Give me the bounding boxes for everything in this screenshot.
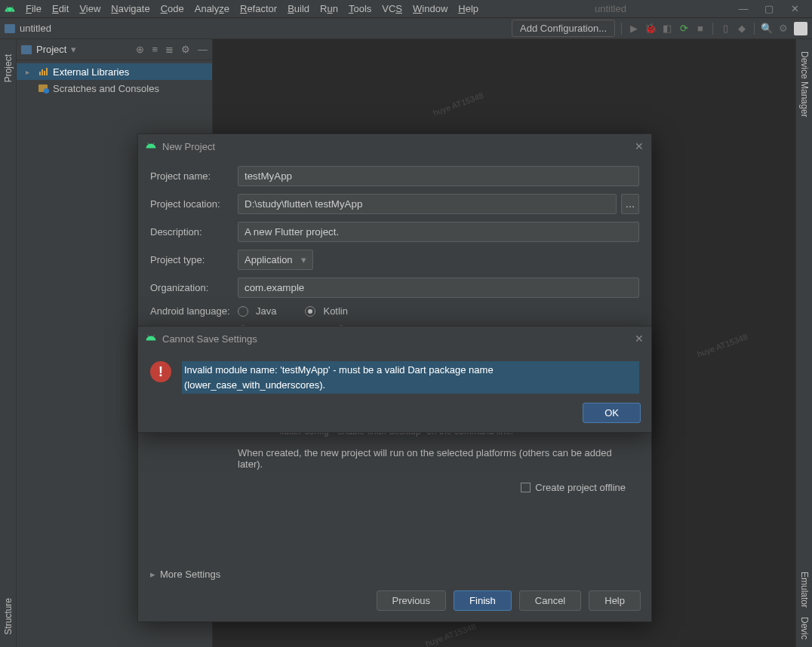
project-name-input[interactable] — [238, 166, 639, 186]
radio-kotlin[interactable] — [305, 306, 315, 317]
tab-emulator[interactable]: Emulator — [798, 567, 811, 612]
radio-kotlin-label: Kotlin — [323, 305, 348, 317]
project-view-icon — [21, 45, 32, 54]
menu-navigate[interactable]: Navigate — [106, 2, 154, 16]
error-dialog-title: Cannot Save Settings — [162, 333, 257, 345]
dropdown-icon[interactable]: ▾ — [71, 44, 76, 55]
menu-view[interactable]: View — [75, 2, 105, 16]
close-button[interactable]: ✕ — [789, 3, 800, 14]
sidebar-header: Project ▾ ⊕ ≡ ≣ ⚙ — — [17, 39, 212, 60]
android-logo-icon — [146, 333, 156, 345]
avd-icon[interactable]: ◆ — [736, 23, 748, 35]
android-logo-icon — [146, 140, 156, 153]
hide-icon[interactable]: — — [198, 44, 208, 55]
tree-item-label: Scratches and Consoles — [53, 83, 159, 94]
label-organization: Organization: — [150, 282, 238, 293]
error-dialog-titlebar: Cannot Save Settings ✕ — [138, 327, 651, 351]
tab-device[interactable]: Devic — [798, 612, 811, 644]
menu-help[interactable]: Help — [454, 2, 483, 16]
label-description: Description: — [150, 226, 238, 238]
menu-code[interactable]: Code — [156, 2, 189, 16]
collapse-icon[interactable]: ≣ — [165, 44, 174, 55]
profile-icon[interactable]: ⟳ — [678, 23, 690, 35]
expand-icon[interactable]: ≡ — [152, 44, 158, 55]
tree-scratches[interactable]: Scratches and Consoles — [17, 80, 212, 97]
chevron-right-icon: ▸ — [26, 68, 33, 76]
tab-structure[interactable]: Structure — [2, 593, 15, 639]
finish-button[interactable]: Finish — [454, 590, 512, 611]
label-project-location: Project location: — [150, 198, 238, 210]
sidebar-settings-icon[interactable]: ⚙ — [181, 44, 190, 55]
chevron-down-icon: ▾ — [301, 254, 306, 265]
right-gutter: Device Manager Emulator Devic — [795, 39, 812, 647]
chevron-right-icon: ▸ — [150, 569, 155, 580]
debug-icon[interactable]: 🐞 — [644, 23, 657, 35]
project-type-select[interactable]: Application ▾ — [238, 250, 313, 270]
project-location-input[interactable] — [238, 194, 617, 214]
watermark: huye AT15348 — [696, 332, 749, 358]
offline-checkbox[interactable] — [521, 483, 531, 492]
error-icon: ! — [150, 361, 171, 382]
radio-java[interactable] — [238, 306, 248, 317]
scratches-icon — [38, 83, 48, 94]
search-icon[interactable]: 🔍 — [761, 23, 773, 35]
menu-window[interactable]: Window — [408, 2, 452, 16]
tab-device-manager[interactable]: Device Manager — [798, 47, 811, 121]
description-input[interactable] — [238, 222, 639, 242]
menubar: File Edit View Navigate Code Analyze Ref… — [0, 0, 812, 18]
device-icon[interactable]: ▯ — [719, 23, 731, 35]
label-project-name: Project name: — [150, 170, 238, 182]
cancel-button[interactable]: Cancel — [519, 590, 581, 611]
dialog-buttons: Previous Finish Cancel Help — [138, 590, 651, 621]
menu-build[interactable]: Build — [283, 2, 314, 16]
settings-icon[interactable]: ⚙ — [777, 23, 789, 35]
minimize-button[interactable]: — — [738, 3, 749, 14]
add-configuration-button[interactable]: Add Configuration... — [512, 20, 615, 37]
menu-tools[interactable]: Tools — [344, 2, 376, 16]
menu-analyze[interactable]: Analyze — [190, 2, 234, 16]
menu-edit[interactable]: Edit — [48, 2, 73, 16]
coverage-icon[interactable]: ◧ — [661, 23, 673, 35]
label-android-language: Android language: — [150, 305, 238, 317]
organization-input[interactable] — [238, 278, 639, 298]
android-logo-icon — [5, 4, 15, 14]
main: Project Structure Project ▾ ⊕ ≡ ≣ ⚙ — ▸ … — [0, 39, 812, 647]
radio-java-label: Java — [256, 305, 276, 317]
more-settings-toggle[interactable]: ▸ More Settings — [138, 553, 651, 590]
dialog-titlebar: New Project ✕ — [138, 134, 651, 158]
close-icon[interactable]: ✕ — [635, 333, 644, 345]
select-value: Application — [245, 254, 293, 265]
sidebar-title[interactable]: Project — [36, 44, 66, 55]
previous-button[interactable]: Previous — [377, 590, 447, 611]
locate-icon[interactable]: ⊕ — [136, 44, 144, 55]
dialog-title: New Project — [162, 141, 215, 152]
window-controls: — ▢ ✕ — [738, 3, 807, 14]
platform-note: When created, the new project will run o… — [150, 437, 639, 470]
help-button[interactable]: Help — [589, 590, 641, 611]
menu-file[interactable]: File — [21, 2, 46, 16]
window-title: untitled — [484, 3, 737, 14]
run-icon[interactable]: ▶ — [628, 23, 640, 35]
cannot-save-dialog: Cannot Save Settings ✕ ! Invalid module … — [137, 326, 652, 433]
project-title: untitled — [20, 23, 51, 34]
browse-button[interactable]: … — [621, 194, 639, 214]
project-icon — [5, 24, 15, 33]
maximize-button[interactable]: ▢ — [764, 3, 774, 14]
stop-icon[interactable]: ■ — [694, 23, 706, 35]
editor-area: huye AT15348 huye AT15348 huye AT15348 N… — [213, 39, 795, 647]
tab-project[interactable]: Project — [2, 50, 15, 87]
left-gutter: Project Structure — [0, 39, 17, 647]
offline-label: Create project offline — [535, 482, 626, 493]
toolbar: untitled Add Configuration... ▶ 🐞 ◧ ⟳ ■ … — [0, 18, 812, 39]
libraries-icon — [38, 66, 48, 77]
error-message: Invalid module name: 'testMyApp' - must … — [182, 361, 639, 394]
watermark: huye AT15348 — [432, 90, 484, 117]
tree-item-label: External Libraries — [53, 66, 129, 78]
menu-refactor[interactable]: Refactor — [235, 2, 281, 16]
menu-run[interactable]: Run — [315, 2, 343, 16]
tree-external-libraries[interactable]: ▸ External Libraries — [17, 63, 212, 80]
close-icon[interactable]: ✕ — [635, 140, 644, 152]
user-avatar[interactable] — [794, 22, 807, 35]
menu-vcs[interactable]: VCS — [377, 2, 407, 16]
ok-button[interactable]: OK — [583, 403, 641, 423]
